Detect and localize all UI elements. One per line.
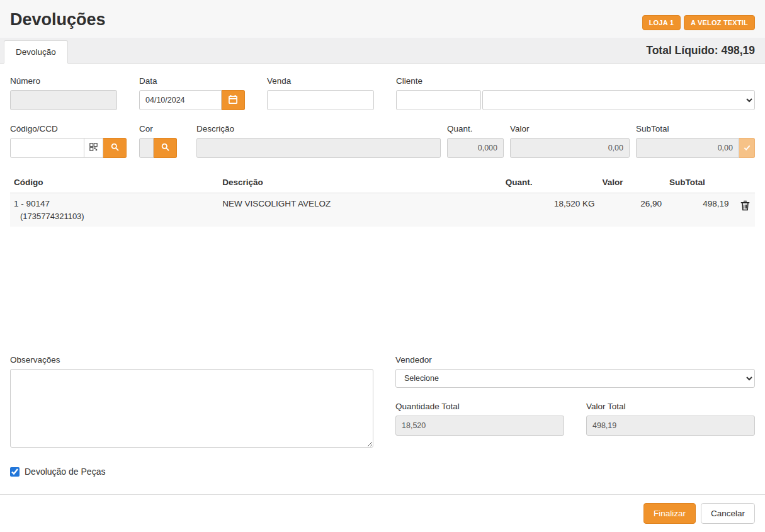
header-buttons: LOJA 1 A VELOZ TEXTIL [642, 15, 755, 30]
cor-search-button[interactable] [154, 138, 177, 158]
vendedor-label: Vendedor [395, 355, 755, 365]
cell-actions [732, 193, 755, 227]
items-table: Código Descrição Quant. Valor SubTotal 1… [10, 172, 755, 227]
cell-descricao: NEW VISCOLIGHT AVELOZ [218, 193, 502, 227]
numero-label: Número [10, 76, 117, 86]
delete-item-button[interactable] [739, 199, 751, 214]
col-header-subtotal: SubTotal [666, 172, 732, 193]
cell-quant: 18,520 KG [502, 193, 599, 227]
devolucao-pecas-label: Devolução de Peças [25, 467, 105, 477]
quantidade-total-input [395, 416, 564, 436]
data-input[interactable] [139, 90, 222, 110]
col-header-descricao: Descrição [218, 172, 502, 193]
cor-input [139, 138, 154, 158]
calendar-icon [229, 95, 237, 106]
cell-codigo: 1 - 90147 (1735774321103) [10, 193, 218, 227]
observacoes-textarea[interactable] [10, 369, 373, 448]
spacer [10, 227, 755, 355]
quant-label: Quant. [447, 124, 504, 133]
table-header-row: Código Descrição Quant. Valor SubTotal [10, 172, 755, 193]
total-liquido-label: Total Líquido: 498,19 [646, 44, 755, 63]
cell-subtotal: 498,19 [666, 193, 732, 227]
page-footer: Finalizar Cancelar [0, 494, 765, 532]
lower-section: Observações Vendedor Selecione Quantidad… [10, 355, 755, 448]
quant-input [447, 138, 504, 158]
cliente-code-input[interactable] [396, 90, 481, 110]
valor-input [510, 138, 630, 158]
form-row-2: Código/CCD Cor [10, 124, 755, 158]
tab-devolucao[interactable]: Devolução [4, 40, 68, 64]
finalizar-button[interactable]: Finalizar [643, 503, 696, 524]
valor-label: Valor [510, 124, 630, 133]
check-icon [744, 144, 751, 153]
observacoes-label: Observações [10, 355, 373, 365]
main-content: Número Data Venda Cliente [0, 64, 765, 477]
table-row: 1 - 90147 (1735774321103) NEW VISCOLIGHT… [10, 193, 755, 227]
numero-input [10, 90, 117, 110]
descricao-label: Descrição [196, 124, 441, 133]
descricao-input [196, 138, 441, 158]
company-button[interactable]: A VELOZ TEXTIL [684, 15, 755, 30]
quantidade-total-label: Quantidade Total [395, 402, 564, 411]
col-header-actions [732, 172, 755, 193]
devolucao-pecas-checkbox[interactable] [10, 467, 20, 477]
valor-total-input [586, 416, 755, 436]
search-icon [161, 143, 169, 153]
codigo-search-button[interactable] [103, 138, 127, 158]
venda-label: Venda [267, 76, 374, 86]
data-label: Data [139, 76, 245, 86]
tab-strip: Devolução Total Líquido: 498,19 [0, 38, 765, 64]
calendar-button[interactable] [222, 90, 245, 110]
subtotal-input [636, 138, 739, 158]
store-button[interactable]: LOJA 1 [642, 15, 681, 30]
codigo-ccd-input[interactable] [10, 138, 84, 158]
cell-valor: 26,90 [599, 193, 666, 227]
barcode-button[interactable] [84, 138, 103, 158]
col-header-valor: Valor [599, 172, 666, 193]
page-title: Devoluções [10, 10, 106, 30]
cor-label: Cor [139, 124, 177, 133]
cliente-select[interactable] [482, 90, 755, 110]
trash-icon [740, 203, 750, 213]
form-row-1: Número Data Venda Cliente [10, 76, 755, 110]
vendedor-select[interactable]: Selecione [395, 369, 755, 388]
item-codigo: 1 - 90147 [14, 199, 215, 208]
valor-total-label: Valor Total [586, 402, 755, 411]
cliente-label: Cliente [396, 76, 755, 86]
barcode-icon [89, 143, 98, 153]
codigo-ccd-label: Código/CCD [10, 124, 127, 133]
item-codigo-barcode: (1735774321103) [14, 212, 215, 221]
col-header-codigo: Código [10, 172, 218, 193]
subtotal-label: SubTotal [636, 124, 755, 133]
confirm-item-button[interactable] [739, 138, 755, 158]
cancelar-button[interactable]: Cancelar [701, 503, 755, 524]
search-icon [111, 143, 119, 153]
venda-input[interactable] [267, 90, 374, 110]
devolucao-pecas-row: Devolução de Peças [10, 467, 755, 477]
col-header-quant: Quant. [502, 172, 599, 193]
page-header: Devoluções LOJA 1 A VELOZ TEXTIL [0, 0, 765, 38]
